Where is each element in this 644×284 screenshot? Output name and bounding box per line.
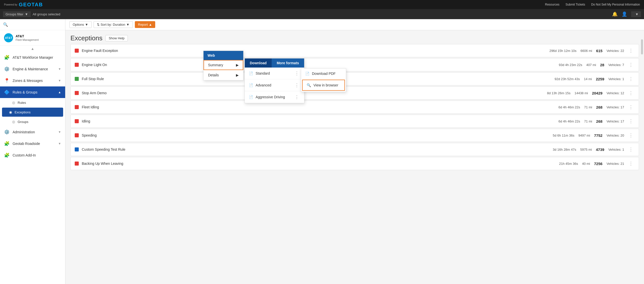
standard-more-icon[interactable]: ⋮ xyxy=(294,71,300,76)
download-pdf-label: Download PDF xyxy=(312,72,336,76)
exception-count: 615 xyxy=(596,49,602,53)
show-help-button[interactable]: Show Help xyxy=(105,35,128,41)
exception-row[interactable]: Engine Light On 93d 4h 23m 22s 407 mi 28… xyxy=(70,58,639,71)
sidebar-subitem-groups[interactable]: ◎ Groups xyxy=(0,117,65,126)
exception-row[interactable]: Custom Speeding Test Rule 3d 16h 28m 47s… xyxy=(70,143,639,156)
exception-row[interactable]: Stop Arm Demo 8d 13h 26m 15s 14438 mi 20… xyxy=(70,86,639,100)
admin-icon: ⚙️ xyxy=(4,129,10,135)
top-bar-links: Resources Submit Tickets Do Not Sell My … xyxy=(545,3,640,6)
groups-filter-dropdown-icon: ▼ xyxy=(25,12,28,16)
notification-bell-icon[interactable]: 🔔 xyxy=(612,11,618,17)
web-menu-item-summary[interactable]: Summary ▶ xyxy=(204,60,243,70)
sort-button[interactable]: ⇅ Sort by: Duration ▼ xyxy=(94,21,133,28)
summary-label: Summary xyxy=(208,63,223,67)
exception-more-button[interactable]: ⋮ xyxy=(627,90,635,96)
report-label: Report xyxy=(138,23,148,26)
sidebar: 🔍 AT&T AT&T Fleet Management ▲ 🧩 AT&T Wo… xyxy=(0,19,65,284)
exception-distance: 6606 mi xyxy=(581,49,592,53)
web-menu: Web Summary ▶ Details ▶ xyxy=(203,51,244,80)
sidebar-item-roadside[interactable]: 🧩 Geotab Roadside ▼ xyxy=(0,138,65,149)
powered-by-text: Powered by xyxy=(4,3,17,6)
logo: Powered by GEOTAB xyxy=(4,2,43,8)
sidebar-scroll-up[interactable]: ▲ xyxy=(0,46,65,52)
submenu-tab-download[interactable]: Download xyxy=(245,58,272,68)
exception-more-button[interactable]: ⋮ xyxy=(627,132,635,139)
exception-row[interactable]: Engine Fault Exception 296d 15h 12m 10s … xyxy=(70,44,639,57)
scrollbar[interactable] xyxy=(641,39,643,54)
exception-distance: 40 mi xyxy=(582,162,590,166)
exception-color-indicator xyxy=(75,147,79,151)
web-menu-item-details[interactable]: Details ▶ xyxy=(204,70,243,80)
sidebar-item-zones[interactable]: 📍 Zones & Messages ▼ xyxy=(0,75,65,86)
sidebar-subitem-exceptions-label: Exceptions xyxy=(15,110,31,114)
exception-distance: 71 mi xyxy=(584,105,592,109)
exception-count: 4739 xyxy=(596,147,604,152)
exception-vehicles: Vehicles: 17 xyxy=(607,105,624,109)
exception-vehicles: Vehicles: 1 xyxy=(608,148,624,151)
sidebar-item-workforce[interactable]: 🧩 AT&T Workforce Manager xyxy=(0,52,65,63)
content-area: Options ▼ ⇅ Sort by: Duration ▼ Report ▲… xyxy=(65,19,644,284)
groups-filter-button[interactable]: Groups filter ▼ xyxy=(3,11,31,17)
exception-more-button[interactable]: ⋮ xyxy=(627,146,635,153)
details-label: Details xyxy=(208,73,219,77)
exception-distance: 14438 mi xyxy=(575,91,588,95)
sidebar-subitem-rules-label: Rules xyxy=(18,101,26,105)
action-view-browser[interactable]: 🔍 View in browser xyxy=(302,80,345,91)
exception-more-button[interactable]: ⋮ xyxy=(627,118,635,124)
submenu-item-standard[interactable]: 📄 Standard ⋮ xyxy=(245,68,304,79)
report-button[interactable]: Report ▲ xyxy=(135,21,155,28)
sidebar-item-label: Geotab Roadside xyxy=(13,142,55,146)
options-label: Options xyxy=(73,23,84,26)
sidebar-item-engine[interactable]: ⚙️ Engine & Maintenance ▼ xyxy=(0,63,65,75)
submenu-header: Download More formats xyxy=(245,58,304,68)
sidebar-subitem-exceptions[interactable]: ◉ Exceptions xyxy=(2,108,63,117)
sidebar-item-rules-groups[interactable]: 🔷 Rules & Groups ▲ xyxy=(0,86,65,98)
sidebar-subitem-rules[interactable]: ◎ Rules xyxy=(0,98,65,107)
engine-icon: ⚙️ xyxy=(4,66,10,72)
exception-more-button[interactable]: ⋮ xyxy=(627,76,635,82)
exception-row[interactable]: Full Stop Rule 92d 23h 52m 43s 14 mi 225… xyxy=(70,72,639,85)
exception-duration: 6d 4h 46m 22s xyxy=(558,105,580,109)
exception-row[interactable]: Idling 6d 4h 46m 22s 71 mi 268 Vehicles:… xyxy=(70,115,639,128)
exception-row[interactable]: Fleet Idling 6d 4h 46m 22s 71 mi 268 Veh… xyxy=(70,101,639,114)
action-download-pdf[interactable]: 📄 Download PDF xyxy=(301,69,346,79)
user-avatar-icon[interactable]: 👤 xyxy=(622,11,627,17)
groups-bar-right: 🔔 👤 ▼ xyxy=(612,11,641,17)
submenu-tab-more-formats[interactable]: More formats xyxy=(272,58,304,68)
do-not-sell-link[interactable]: Do Not Sell My Personal Information xyxy=(591,3,640,6)
exception-more-button[interactable]: ⋮ xyxy=(627,104,635,110)
submit-tickets-link[interactable]: Submit Tickets xyxy=(566,3,585,6)
options-button[interactable]: Options ▼ xyxy=(69,21,92,28)
exception-row[interactable]: Speeding 5d 6h 11m 36s 9497 mi 7752 Vehi… xyxy=(70,129,639,142)
sidebar-item-administration[interactable]: ⚙️ Administration ▼ xyxy=(0,126,65,138)
exception-more-button[interactable]: ⋮ xyxy=(627,61,635,68)
exception-color-indicator xyxy=(75,91,79,95)
content-toolbar: Options ▼ ⇅ Sort by: Duration ▼ Report ▲ xyxy=(65,19,644,30)
exception-vehicles: Vehicles: 12 xyxy=(607,91,624,95)
advanced-more-icon[interactable]: ⋮ xyxy=(294,82,300,88)
exception-vehicles: Vehicles: 21 xyxy=(607,162,624,166)
rules-groups-collapse-arrow-icon: ▲ xyxy=(58,90,61,94)
sidebar-item-custom-addon[interactable]: 🧩 Custom Add-In xyxy=(0,149,65,161)
exception-distance: 407 mi xyxy=(586,63,596,67)
exception-stats: 93d 4h 23m 22s 407 mi 28 Vehicles: 7 xyxy=(559,63,624,67)
exception-vehicles: Vehicles: 17 xyxy=(607,119,624,123)
exception-row[interactable]: Backing Up When Leaving 21h 45m 36s 40 m… xyxy=(70,157,639,170)
user-dropdown-button[interactable]: ▼ xyxy=(631,11,641,17)
submenu-item-advanced[interactable]: 📄 Advanced ⋮ xyxy=(245,79,304,91)
exception-vehicles: Vehicles: 22 xyxy=(607,49,624,53)
sidebar-item-label: Rules & Groups xyxy=(13,90,55,94)
exception-name: Engine Fault Exception xyxy=(82,49,546,53)
standard-label: Standard xyxy=(256,71,270,75)
submenu-item-aggressive[interactable]: 📄 Aggressive Driving ⋮ xyxy=(245,91,304,103)
exception-duration: 93d 4h 23m 22s xyxy=(559,63,582,67)
main-layout: 🔍 AT&T AT&T Fleet Management ▲ 🧩 AT&T Wo… xyxy=(0,19,644,284)
sort-value: Duration xyxy=(113,23,125,26)
aggressive-more-icon[interactable]: ⋮ xyxy=(294,94,300,100)
rules-groups-icon: 🔷 xyxy=(4,89,10,95)
exception-more-button[interactable]: ⋮ xyxy=(627,47,635,54)
exception-more-button[interactable]: ⋮ xyxy=(627,160,635,167)
search-input[interactable]: 🔍 xyxy=(3,22,62,27)
resources-link[interactable]: Resources xyxy=(545,3,559,6)
exception-name: Idling xyxy=(82,119,555,123)
